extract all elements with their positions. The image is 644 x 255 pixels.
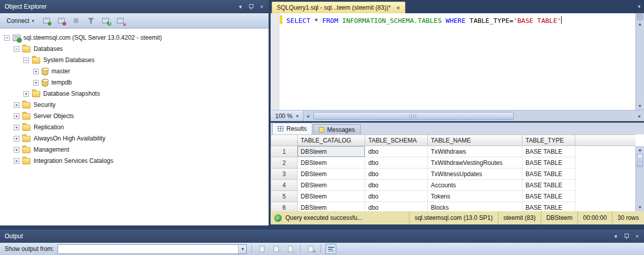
tree-item-server[interactable]: − sql.steemsql.com (SQL Server 13.0.4202… — [0, 32, 269, 43]
grid-cell[interactable]: dbo — [365, 168, 428, 180]
disconnect-server-icon[interactable] — [55, 15, 67, 26]
tree-item-server-objects[interactable]: + Server Objects — [0, 110, 269, 122]
expand-icon[interactable]: + — [33, 80, 39, 86]
filter-icon[interactable] — [85, 15, 97, 26]
expand-icon[interactable]: + — [14, 114, 19, 119]
grid-cell[interactable]: TxWithdrawVestingRoutes — [428, 157, 522, 168]
document-list-chevron-icon[interactable]: ▾ — [638, 4, 640, 9]
tree-item-alwayson[interactable]: + AlwaysOn High Availability — [0, 133, 269, 144]
sql-editor[interactable]: SELECT * FROM INFORMATION_SCHEMA.TABLES … — [271, 13, 644, 110]
tab-close-icon[interactable]: × — [396, 5, 400, 11]
show-output-from-combobox[interactable]: ▾ — [57, 244, 247, 254]
grid-cell[interactable]: BASE TABLE — [522, 202, 575, 212]
scroll-up-icon[interactable]: ▲ — [636, 20, 644, 28]
tree-item-master[interactable]: + master — [0, 66, 269, 77]
close-icon[interactable]: × — [634, 233, 640, 240]
tree-item-databases[interactable]: − Databases — [0, 43, 269, 54]
tree-item-tempdb[interactable]: + tempdb — [0, 77, 269, 88]
grid-corner-cell[interactable] — [271, 135, 298, 146]
auto-hide-pin-icon[interactable] — [624, 233, 629, 240]
grid-cell[interactable]: DBSteem — [298, 157, 365, 168]
expand-icon[interactable]: + — [14, 102, 19, 108]
expand-icon[interactable]: + — [14, 125, 19, 130]
row-header[interactable]: 3 — [271, 168, 298, 180]
grid-vertical-scrollbar[interactable]: ▲ ▼ — [635, 146, 644, 211]
grid-cell[interactable]: BASE TABLE — [522, 157, 575, 168]
grid-cell[interactable]: BASE TABLE — [522, 180, 575, 191]
word-wrap-icon[interactable] — [326, 244, 336, 254]
close-icon[interactable]: × — [258, 3, 265, 10]
grid-cell[interactable]: TxWitnessUpdates — [428, 168, 522, 180]
window-position-chevron-icon[interactable]: ▾ — [612, 233, 619, 240]
scroll-down-icon[interactable]: ▼ — [636, 204, 644, 211]
grid-cell[interactable]: Tokens — [428, 191, 522, 202]
expand-icon[interactable]: + — [14, 158, 19, 164]
horizontal-scroll-thumb[interactable] — [313, 112, 514, 120]
horizontal-scroll-track[interactable] — [312, 110, 635, 121]
auto-hide-pin-icon[interactable] — [248, 4, 254, 10]
tree-item-management[interactable]: + Management — [0, 144, 269, 155]
scroll-right-icon[interactable]: ▸ — [635, 114, 644, 119]
editor-vertical-scrollbar[interactable]: ▲ ▼ — [635, 13, 644, 110]
tree-item-integration-services[interactable]: + Integration Services Catalogs — [0, 155, 269, 166]
scroll-track[interactable] — [636, 167, 644, 204]
grid-cell[interactable]: dbo — [365, 180, 428, 191]
grid-cell[interactable]: BASE TABLE — [522, 146, 575, 157]
tab-results[interactable]: Results — [272, 123, 312, 134]
refresh-icon[interactable]: ↻ — [100, 15, 111, 26]
grid-cell[interactable]: BASE TABLE — [522, 168, 575, 180]
column-header[interactable]: TABLE_SCHEMA — [365, 135, 428, 146]
splitter-handle[interactable] — [637, 14, 643, 20]
prev-message-icon[interactable]: ↑ — [271, 244, 281, 254]
grid-cell[interactable]: dbo — [365, 157, 428, 168]
row-header[interactable]: 5 — [271, 191, 298, 202]
tab-sqlquery1[interactable]: SQLQuery1.sql - sql...teem (steemit (83)… — [272, 2, 405, 13]
zoom-control[interactable]: 100 % ▾ — [271, 110, 304, 121]
expand-icon[interactable]: + — [23, 91, 29, 97]
connect-server-icon[interactable] — [41, 15, 52, 26]
column-header[interactable]: TABLE_TYPE — [522, 135, 575, 146]
stop-icon[interactable] — [70, 15, 82, 26]
next-message-icon[interactable]: ↓ — [285, 244, 296, 254]
grid-cell[interactable]: Accounts — [428, 180, 522, 191]
row-header[interactable]: 1 — [271, 146, 298, 157]
grid-cell[interactable]: DBSteem — [298, 146, 365, 157]
row-header[interactable]: 2 — [271, 157, 298, 168]
collapse-icon[interactable]: − — [14, 46, 19, 52]
tree-item-security[interactable]: + Security — [0, 99, 269, 110]
row-header[interactable]: 6 — [271, 202, 298, 212]
tree-item-replication[interactable]: + Replication — [0, 122, 269, 133]
delete-icon[interactable]: × — [114, 15, 126, 26]
clear-all-icon[interactable]: × — [305, 244, 316, 254]
scroll-track[interactable] — [636, 28, 644, 102]
grid-cell[interactable]: DBSteem — [298, 191, 365, 202]
grid-cell[interactable]: dbo — [365, 191, 428, 202]
grid-cell[interactable]: DBSteem — [298, 168, 365, 180]
scroll-left-icon[interactable]: ◂ — [304, 114, 312, 119]
expand-icon[interactable]: + — [33, 69, 39, 74]
scroll-down-icon[interactable]: ▼ — [636, 102, 644, 110]
tree-item-database-snapshots[interactable]: + Database Snapshots — [0, 88, 269, 99]
chevron-down-icon[interactable]: ▾ — [238, 245, 246, 253]
tree-item-system-databases[interactable]: − System Databases — [0, 54, 269, 66]
grid-scroll-thumb[interactable] — [637, 154, 643, 167]
find-message-icon[interactable] — [256, 244, 267, 254]
grid-cell[interactable]: TxWithdraws — [428, 146, 522, 157]
window-position-chevron-icon[interactable]: ▾ — [237, 3, 244, 10]
grid-cell[interactable]: dbo — [365, 202, 428, 212]
grid-cell[interactable]: dbo — [365, 146, 428, 157]
scroll-up-icon[interactable]: ▲ — [636, 146, 644, 154]
expand-icon[interactable]: + — [14, 136, 19, 141]
sql-code-line[interactable]: SELECT * FROM INFORMATION_SCHEMA.TABLES … — [286, 16, 562, 24]
expand-icon[interactable]: + — [14, 147, 19, 153]
row-header[interactable]: 4 — [271, 180, 298, 191]
connect-button[interactable]: Connect ▾ — [3, 16, 38, 26]
grid-cell[interactable]: DBSteem — [298, 202, 365, 212]
tab-messages[interactable]: Messages — [313, 124, 361, 134]
collapse-icon[interactable]: − — [4, 35, 10, 41]
collapse-icon[interactable]: − — [23, 58, 29, 63]
column-header[interactable]: TABLE_CATALOG — [298, 135, 365, 146]
grid-cell[interactable]: DBSteem — [298, 180, 365, 191]
column-header[interactable]: TABLE_NAME — [428, 135, 522, 146]
grid-cell[interactable]: Blocks — [428, 202, 522, 212]
